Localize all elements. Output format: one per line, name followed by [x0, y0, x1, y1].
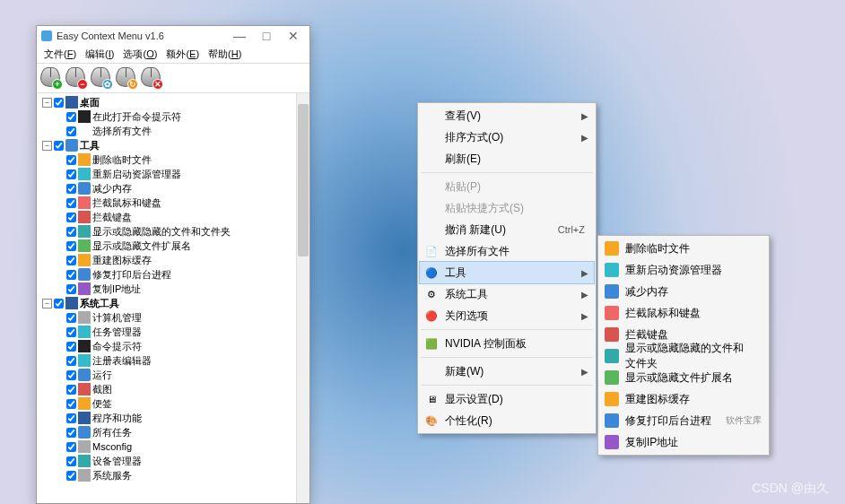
- menu-label: 粘贴快捷方式(S): [445, 201, 524, 216]
- tree-checkbox[interactable]: [66, 456, 76, 466]
- tree-item-label[interactable]: 拦截键盘: [92, 211, 132, 224]
- tree-item-label[interactable]: 设备管理器: [92, 455, 142, 468]
- toolbar-settings-button[interactable]: ✿: [91, 67, 112, 89]
- tree-item-label[interactable]: 重新启动资源管理器: [92, 168, 181, 181]
- tree-checkbox[interactable]: [66, 342, 76, 352]
- tree-item-label[interactable]: 命令提示符: [92, 340, 142, 353]
- menu-item[interactable]: 撤消 新建(U)Ctrl+Z: [420, 219, 594, 240]
- tree-checkbox[interactable]: [66, 256, 76, 265]
- tree-checkbox[interactable]: [66, 169, 76, 179]
- expand-toggle[interactable]: −: [42, 141, 52, 151]
- menu-item[interactable]: 刷新(E): [420, 148, 594, 169]
- submenu-item[interactable]: 减少内存: [600, 281, 767, 302]
- tree-checkbox[interactable]: [54, 299, 64, 308]
- submenu-item[interactable]: 显示或隐藏文件扩展名: [600, 367, 767, 388]
- tree-item-label[interactable]: 所有任务: [92, 426, 132, 439]
- titlebar[interactable]: Easy Context Menu v1.6 — □ ✕: [37, 26, 309, 46]
- menu-o[interactable]: 选项(O): [119, 47, 161, 62]
- tree-item-label[interactable]: 重建图标缓存: [92, 254, 152, 267]
- item-icon: [78, 326, 91, 338]
- tree-checkbox[interactable]: [66, 241, 76, 251]
- menu-item[interactable]: 新建(W)▶: [420, 361, 594, 382]
- submenu-item[interactable]: 复制IP地址: [600, 431, 767, 453]
- minimize-button[interactable]: —: [232, 29, 247, 43]
- menu-item[interactable]: 排序方式(O)▶: [420, 126, 594, 148]
- tree-item-label[interactable]: 在此打开命令提示符: [92, 110, 181, 124]
- menu-h[interactable]: 帮助(H): [205, 47, 245, 62]
- tree-item-label[interactable]: 修复打印后台进程: [92, 268, 171, 282]
- tree-item-label[interactable]: 任务管理器: [92, 326, 142, 339]
- submenu-item[interactable]: 修复打印后台进程软件宝库: [600, 410, 767, 431]
- toolbar-delete-button[interactable]: ✕: [141, 67, 162, 89]
- menu-item[interactable]: ⚙系统工具▶: [420, 283, 594, 305]
- tree-checkbox[interactable]: [54, 141, 64, 151]
- tree-item-label[interactable]: 计算机管理: [92, 311, 142, 325]
- tree-view[interactable]: −桌面在此打开命令提示符选择所有文件−工具删除临时文件重新启动资源管理器减少内存…: [37, 93, 296, 503]
- tree-checkbox[interactable]: [66, 198, 76, 208]
- menu-item[interactable]: 🟩NVIDIA 控制面板: [420, 333, 594, 354]
- tree-checkbox[interactable]: [66, 284, 76, 294]
- menu-e[interactable]: 额外(E): [162, 47, 203, 62]
- menu-f[interactable]: 文件(F): [40, 47, 80, 62]
- tree-item-label[interactable]: 显示或隐藏文件扩展名: [92, 239, 191, 253]
- submenu-item[interactable]: 删除临时文件: [600, 238, 767, 259]
- menu-item[interactable]: 🔵工具▶: [420, 262, 594, 283]
- tree-checkbox[interactable]: [66, 385, 76, 395]
- tree-item-label[interactable]: 复制IP地址: [92, 282, 141, 296]
- tree-checkbox[interactable]: [66, 413, 76, 423]
- menu-item[interactable]: 🎨个性化(R): [420, 410, 594, 431]
- submenu-item[interactable]: 拦截鼠标和键盘: [600, 302, 767, 324]
- tree-item-label[interactable]: 选择所有文件: [92, 125, 152, 138]
- tree-checkbox[interactable]: [66, 126, 76, 136]
- tree-item-label[interactable]: 系统服务: [92, 469, 132, 482]
- menu-item[interactable]: 查看(V)▶: [420, 105, 594, 126]
- tree-checkbox[interactable]: [66, 399, 76, 409]
- tree-group-label[interactable]: 桌面: [80, 96, 100, 109]
- menu-item[interactable]: 🔴关闭选项▶: [420, 305, 594, 326]
- submenu-item[interactable]: 重建图标缓存: [600, 388, 767, 410]
- expand-toggle[interactable]: −: [42, 299, 52, 308]
- tree-checkbox[interactable]: [66, 428, 76, 438]
- tree-checkbox[interactable]: [66, 327, 76, 337]
- toolbar-remove-button[interactable]: −: [65, 67, 87, 89]
- tree-item-label[interactable]: 运行: [92, 369, 112, 382]
- tree-item-label[interactable]: 程序和功能: [92, 412, 142, 425]
- tree-checkbox[interactable]: [66, 370, 76, 380]
- submenu-item[interactable]: 重新启动资源管理器: [600, 259, 767, 281]
- tree-checkbox[interactable]: [66, 227, 76, 237]
- tree-item-label[interactable]: 显示或隐藏隐藏的文件和文件夹: [92, 225, 231, 239]
- tree-checkbox[interactable]: [66, 184, 76, 194]
- tree-checkbox[interactable]: [66, 442, 76, 452]
- tree-item-label[interactable]: 拦截鼠标和键盘: [92, 196, 161, 210]
- submenu-item[interactable]: 显示或隐藏隐藏的文件和文件夹: [600, 345, 767, 367]
- tree-checkbox[interactable]: [66, 112, 76, 122]
- scrollbar[interactable]: [296, 93, 309, 503]
- tree-item-label[interactable]: 注册表编辑器: [92, 354, 152, 368]
- toolbar-add-button[interactable]: +: [40, 67, 62, 89]
- maximize-button[interactable]: □: [259, 29, 274, 43]
- submenu-arrow-icon: ▶: [581, 290, 588, 300]
- tree-checkbox[interactable]: [66, 313, 76, 323]
- tree-checkbox[interactable]: [66, 471, 76, 481]
- tree-item-label[interactable]: 删除临时文件: [92, 153, 152, 167]
- tree-checkbox[interactable]: [66, 155, 76, 165]
- tree-group-label[interactable]: 系统工具: [80, 297, 119, 310]
- menu-i[interactable]: 编辑(I): [82, 47, 118, 62]
- desktop-context-menu[interactable]: 查看(V)▶排序方式(O)▶刷新(E)粘贴(P)粘贴快捷方式(S)撤消 新建(U…: [417, 102, 597, 434]
- expand-toggle[interactable]: −: [42, 98, 52, 108]
- tree-checkbox[interactable]: [54, 98, 64, 108]
- scrollbar-thumb[interactable]: [298, 104, 309, 256]
- tree-checkbox[interactable]: [66, 213, 76, 222]
- tree-checkbox[interactable]: [66, 356, 76, 366]
- tree-item-label[interactable]: 截图: [92, 383, 112, 396]
- tools-submenu[interactable]: 删除临时文件重新启动资源管理器减少内存拦截鼠标和键盘拦截键盘显示或隐藏隐藏的文件…: [597, 235, 770, 456]
- tree-item-label[interactable]: 便签: [92, 397, 112, 411]
- toolbar-refresh-button[interactable]: ↻: [116, 67, 137, 89]
- menu-item[interactable]: 🖥显示设置(D): [420, 388, 594, 410]
- close-button[interactable]: ✕: [286, 29, 301, 43]
- tree-item-label[interactable]: Msconfig: [92, 441, 132, 452]
- tree-group-label[interactable]: 工具: [80, 139, 100, 152]
- menu-item[interactable]: 📄选择所有文件: [420, 240, 594, 262]
- tree-checkbox[interactable]: [66, 270, 76, 280]
- tree-item-label[interactable]: 减少内存: [92, 182, 132, 196]
